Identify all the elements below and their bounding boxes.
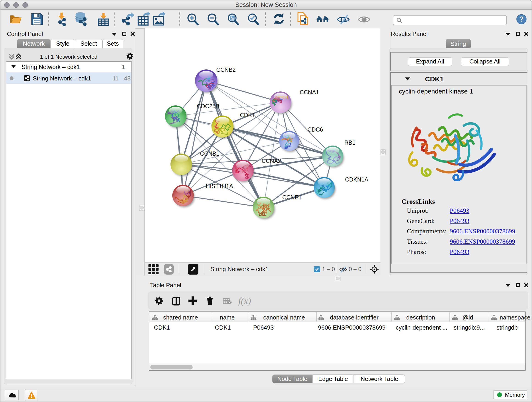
svg-text:CCNE1: CCNE1 (282, 194, 302, 201)
svg-text:CDC6: CDC6 (307, 126, 323, 133)
svg-text:CDK1: CDK1 (240, 112, 255, 118)
svg-text:HIST1H1A: HIST1H1A (206, 183, 233, 189)
svg-text:CCNA1: CCNA1 (300, 89, 319, 95)
svg-text:CDKN1A: CDKN1A (345, 176, 368, 183)
svg-text:CCNA2: CCNA2 (262, 158, 281, 164)
svg-text:CCNB2: CCNB2 (216, 66, 236, 73)
svg-text:CCNB1: CCNB1 (200, 150, 220, 157)
svg-text:RB1: RB1 (344, 139, 355, 146)
svg-text:CDC25B: CDC25B (197, 103, 220, 109)
